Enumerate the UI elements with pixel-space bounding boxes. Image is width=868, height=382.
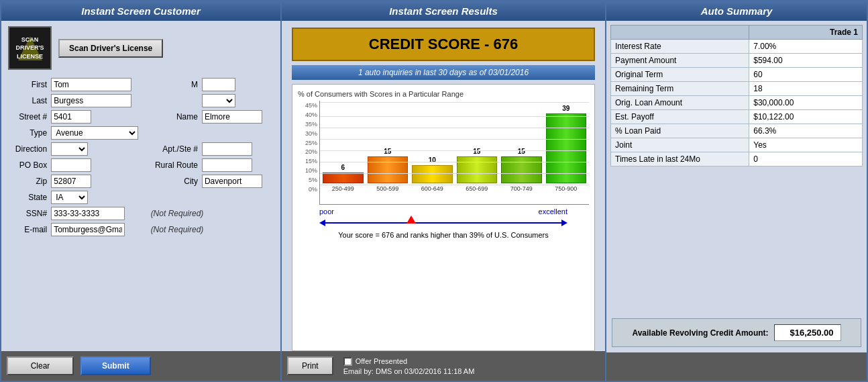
direction-select[interactable] (51, 142, 88, 156)
table-row: Times Late in last 24Mo0 (611, 152, 863, 166)
chart-title: % of Consumers with Scores in a Particul… (298, 90, 589, 98)
left-panel-header: Instant Screen Customer (1, 1, 280, 21)
scan-driver-license-button[interactable]: Scan Driver's License (58, 39, 163, 58)
summary-table: Trade 1 Interest Rate7.00%Payment Amount… (610, 25, 863, 166)
last-input[interactable] (51, 94, 131, 107)
mid-panel: Instant Screen Results CREDIT SCORE - 67… (282, 0, 606, 382)
ssn-not-required: (Not Required) (151, 209, 204, 218)
table-row: Payment Amount$594.00 (611, 54, 863, 68)
mid-panel-header: Instant Screen Results (282, 1, 605, 21)
excellent-label: excellent (539, 207, 567, 216)
email-input[interactable] (51, 223, 125, 236)
poor-label: poor (319, 207, 334, 216)
table-row: JointYes (611, 138, 863, 152)
offer-checkbox[interactable]: ✓ (343, 357, 352, 366)
col-label-header (611, 26, 749, 40)
street-input[interactable] (51, 110, 91, 124)
revolving-label: Available Revolving Credit Amount: (632, 328, 768, 338)
table-row: % Loan Paid66.3% (611, 124, 863, 138)
table-row: Original Term60 (611, 68, 863, 82)
revolving-value: $16,250.00 (774, 324, 841, 341)
email-label: E-mail (8, 222, 49, 238)
type-label: Type (8, 125, 49, 141)
bar-650-699: 15 650-699 (457, 148, 498, 192)
print-button[interactable]: Print (287, 356, 333, 375)
last-label: Last (8, 93, 49, 109)
right-panel: Auto Summary Trade 1 Interest Rate7.00%P… (606, 0, 868, 382)
rural-label: Rural Route (146, 157, 200, 173)
bar-250-499: 6 250-499 (323, 164, 364, 192)
inquiries-bar: 1 auto inquiries in last 30 days as of 0… (292, 65, 595, 80)
email-by: Email by: DMS on 03/02/2016 11:18 AM (343, 367, 475, 375)
email-not-required: (Not Required) (151, 225, 204, 234)
table-row: Est. Payoff$10,122.00 (611, 110, 863, 124)
ssn-input[interactable] (51, 207, 125, 220)
clear-button[interactable]: Clear (7, 356, 74, 375)
street-label: Street # (8, 109, 49, 125)
right-panel-header: Auto Summary (606, 1, 867, 21)
first-input[interactable] (51, 78, 131, 91)
mi-input[interactable] (202, 78, 235, 91)
offer-label: Offer Presented (356, 357, 407, 365)
left-panel: Instant Screen Customer SCAN DRIVER'S LI… (0, 0, 282, 382)
first-label: First (8, 77, 49, 93)
street-name-input[interactable] (202, 110, 262, 124)
state-select[interactable]: IA (51, 191, 88, 204)
rural-input[interactable] (202, 158, 252, 172)
name-label: Name (146, 109, 200, 125)
city-input[interactable] (202, 175, 262, 188)
score-text: Your score = 676 and ranks higher than 3… (319, 231, 567, 239)
chart-area: % of Consumers with Scores in a Particul… (292, 84, 595, 351)
pobox-input[interactable] (51, 158, 91, 172)
table-row: Orig. Loan Amount$30,000.00 (611, 96, 863, 110)
type-select[interactable]: Avenue (51, 126, 138, 140)
offer-info: ✓ Offer Presented Email by: DMS on 03/02… (343, 357, 475, 375)
direction-label: Direction (8, 141, 49, 157)
city-label: City (146, 173, 200, 189)
state-label: State (8, 189, 49, 205)
zip-label: Zip (8, 173, 49, 189)
revolving-area: Available Revolving Credit Amount: $16,2… (612, 318, 861, 347)
bar-750-900: 39 750-900 (546, 105, 587, 192)
scan-logo: SCAN DRIVER'S LICENSE (8, 26, 52, 70)
pobox-label: PO Box (8, 157, 49, 173)
zip-input[interactable] (51, 175, 91, 188)
table-row: Remaining Term18 (611, 82, 863, 96)
apt-input[interactable] (202, 142, 252, 156)
ssn-label: SSN# (8, 205, 49, 222)
col-trade-header: Trade 1 (749, 26, 863, 40)
bar-700-749: 15 700-749 (501, 148, 542, 192)
table-row: Interest Rate7.00% (611, 40, 863, 54)
mi-label: M (146, 77, 200, 93)
submit-button[interactable]: Submit (80, 356, 151, 375)
last-suffix-select[interactable] (202, 94, 235, 107)
apt-label: Apt./Ste # (146, 141, 200, 157)
credit-score-box: CREDIT SCORE - 676 (292, 28, 595, 61)
right-footer (606, 352, 867, 381)
bar-500-599: 15 500-599 (368, 148, 409, 192)
